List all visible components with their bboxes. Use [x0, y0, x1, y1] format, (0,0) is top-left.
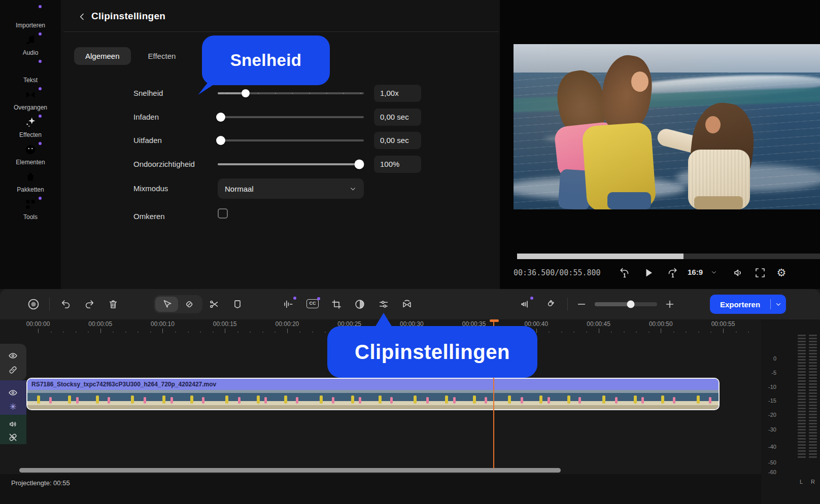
toolbar-divider [49, 298, 50, 311]
zoom-slider-thumb[interactable] [627, 301, 635, 308]
transition-button[interactable] [401, 299, 413, 310]
meter-segment [798, 359, 806, 361]
sidebar-item-elementen[interactable]: Elementen [0, 143, 61, 166]
sidebar-item-tekst[interactable]: Tekst [0, 61, 61, 84]
preview-panel: 00:36.500/00:55.800 16:9 ⚙ [500, 0, 820, 289]
eye-icon[interactable] [8, 387, 18, 398]
clip-settings-button[interactable] [378, 299, 389, 310]
omkeren-checkbox[interactable] [218, 208, 228, 219]
export-button[interactable]: Exporteren [710, 295, 786, 314]
infaden-value[interactable]: 0,00 sec [374, 109, 421, 126]
plus-icon [24, 6, 37, 18]
audio-ducking-button[interactable] [520, 299, 531, 310]
settings-gear-icon[interactable]: ⚙ [775, 267, 788, 279]
delete-button[interactable] [108, 299, 119, 310]
jump-back-icon[interactable] [618, 267, 630, 279]
meter-scale-label: -15 [761, 398, 776, 404]
timeline-scrollbar[interactable] [19, 468, 561, 473]
tab-effecten[interactable]: Effecten [137, 47, 187, 65]
meter-segment [809, 426, 817, 427]
sidebar-item-label: Overgangen [0, 104, 61, 111]
slider-thumb[interactable] [242, 89, 250, 97]
timeline-zoom-slider[interactable] [595, 302, 657, 306]
undo-button[interactable] [60, 299, 72, 310]
slider-thumb[interactable] [355, 160, 364, 169]
snelheid-value[interactable]: 1,00x [374, 85, 421, 102]
preview-seekbar[interactable] [517, 254, 820, 259]
meter-scale-label: -30 [761, 426, 776, 433]
ondoorzichtigheid-value[interactable]: 100% [374, 156, 421, 173]
slider-thumb[interactable] [216, 136, 225, 145]
zoom-in-button[interactable] [664, 299, 675, 310]
meter-segment [809, 362, 817, 364]
mixmodus-value: Normaal [225, 185, 254, 193]
meter-bar-left [798, 335, 806, 459]
sidebar-item-importeren[interactable]: Importeren [0, 6, 61, 29]
zoom-out-button[interactable] [576, 299, 587, 310]
aspect-ratio-selector[interactable]: 16:9 [688, 268, 703, 276]
uitfaden-value[interactable]: 0,00 sec [374, 132, 421, 149]
crop-button[interactable] [331, 299, 342, 310]
sidebar-item-audio[interactable]: Audio [0, 33, 61, 56]
ruler-minor-tick [175, 332, 176, 333]
color-adjust-button[interactable] [354, 299, 365, 310]
split-button[interactable] [209, 299, 220, 310]
audio-levels-button[interactable] [283, 299, 294, 310]
select-cursor-button[interactable] [161, 299, 173, 310]
video-clip[interactable]: RS7186_Stocksy_txpc742f63cP3U300_h264_72… [26, 378, 720, 410]
sidebar-item-pakketten[interactable]: Pakketten [0, 170, 61, 193]
magnet-button[interactable] [544, 299, 556, 310]
ondoorzichtigheid-slider[interactable] [218, 156, 364, 173]
slider-track [218, 163, 364, 165]
razor-tool-button[interactable] [184, 299, 195, 310]
redo-button[interactable] [84, 299, 95, 310]
export-chevron-icon[interactable] [771, 301, 786, 308]
eye-icon[interactable] [8, 350, 18, 361]
fullscreen-icon[interactable] [754, 267, 766, 279]
volume-icon[interactable] [732, 267, 744, 279]
slider-thumb[interactable] [216, 113, 225, 122]
sidebar-item-label: Audio [0, 49, 61, 56]
ruler-major-tick [287, 329, 288, 333]
record-button[interactable] [27, 298, 40, 311]
motion-burst-icon[interactable]: ✳ [8, 402, 18, 412]
tab-algemeen[interactable]: Algemeen [74, 47, 131, 65]
slider-tick [360, 93, 361, 94]
marker-button[interactable] [232, 299, 243, 310]
toolbar-divider [567, 298, 568, 311]
ondoorzichtigheid-label: Ondoorzichtigheid [133, 160, 195, 168]
chevron-down-icon[interactable] [710, 269, 718, 276]
row-uitfaden: Uitfaden0,00 sec [133, 132, 490, 149]
meter-segment [798, 447, 806, 449]
omkeren-label: Omkeren [133, 212, 165, 221]
jump-forward-icon[interactable] [667, 267, 679, 279]
uitfaden-label: Uitfaden [133, 136, 162, 145]
meter-segment [798, 356, 806, 357]
clip-settings-tooltip-label: Clipinstellingen [355, 341, 510, 364]
sidebar-item-tools[interactable]: Tools [0, 198, 61, 221]
uitfaden-slider[interactable] [218, 132, 364, 149]
link-icon[interactable] [8, 365, 18, 375]
sidebar-item-overgangen[interactable]: Overgangen [0, 88, 61, 111]
sidebar-item-effecten[interactable]: Effecten [0, 116, 61, 138]
clip-thumbnail [279, 390, 310, 409]
back-chevron-icon[interactable] [77, 12, 87, 22]
meter-segment [809, 386, 817, 388]
sidebar-item-label: Effecten [0, 131, 61, 138]
unlink-icon[interactable] [8, 432, 18, 443]
infaden-slider[interactable] [218, 109, 364, 126]
mixmodus-dropdown[interactable]: Normaal [218, 178, 364, 199]
clip-thumbnail [216, 390, 247, 409]
shopping-bag-plus-icon [24, 170, 37, 183]
speaker-icon[interactable] [8, 419, 18, 429]
ruler-minor-tick [686, 332, 687, 333]
meter-segment [809, 344, 817, 345]
play-icon[interactable] [642, 267, 655, 279]
meter-scale-label: -50 [761, 459, 776, 465]
meter-segment [809, 450, 817, 452]
closed-captions-button[interactable]: CC [306, 299, 318, 310]
playhead-handle[interactable] [490, 319, 499, 322]
meter-segment [798, 362, 806, 364]
snelheid-slider[interactable] [218, 85, 364, 102]
meter-segment [798, 341, 806, 342]
